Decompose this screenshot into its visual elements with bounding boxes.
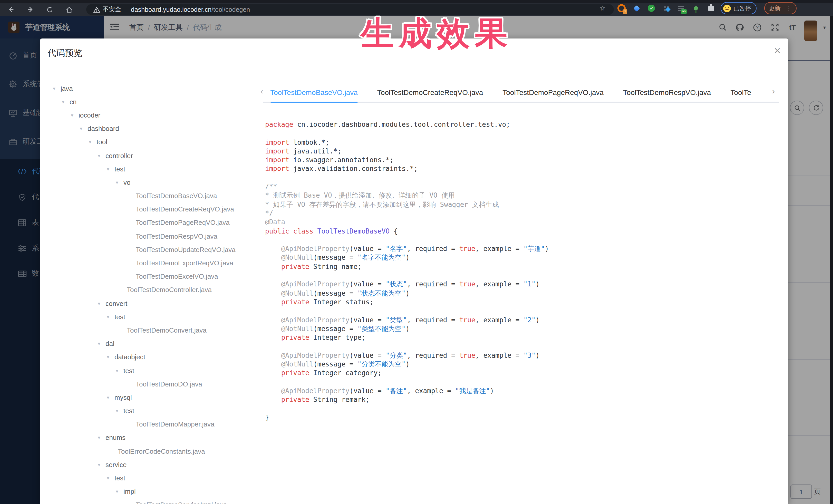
tree-node-folder[interactable]: ▾dataobject [40, 351, 260, 364]
tree-node-label: ToolTestDemoServiceImpl.java [136, 501, 227, 504]
close-icon[interactable]: × [771, 44, 784, 57]
code-token: private [281, 263, 309, 270]
tree-expand-icon[interactable]: ▾ [116, 179, 123, 185]
tree-node-file[interactable]: ToolTestDemoController.java [40, 283, 260, 297]
tree-node-file[interactable]: ToolTestDemoMapper.java [40, 417, 260, 431]
extension-green-check-icon[interactable]: ✓ [647, 4, 656, 12]
tree-node-label: mysql [115, 394, 132, 401]
tree-node-folder[interactable]: ▾service [40, 458, 260, 472]
tree-node-folder[interactable]: ▾convert [40, 297, 260, 310]
extension-gem-icon[interactable] [632, 4, 641, 12]
tree-node-file[interactable]: ToolTestDemoExportReqVO.java [40, 256, 260, 270]
code-token [265, 325, 281, 333]
forward-icon[interactable] [24, 3, 37, 16]
tree-expand-icon[interactable]: ▾ [116, 488, 123, 494]
tree-node-folder[interactable]: ▾mysql [40, 391, 260, 404]
code-token: "类型不能为空" [357, 325, 405, 333]
tree-expand-icon[interactable]: ▾ [80, 126, 88, 131]
tree-node-label: enums [105, 434, 125, 442]
tree-node-file[interactable]: ToolTestDemoServiceImpl.java [40, 498, 260, 504]
profile-paused-badge[interactable]: 已暂停 [721, 2, 756, 15]
tree-expand-icon[interactable]: ▾ [98, 301, 105, 306]
tree-node-file[interactable]: ToolTestDemoRespVO.java [40, 230, 260, 243]
tree-expand-icon[interactable]: ▾ [116, 368, 123, 374]
warning-icon[interactable] [93, 6, 100, 13]
tree-expand-icon[interactable]: ▾ [98, 435, 105, 440]
tree-expand-icon[interactable]: ▾ [89, 139, 96, 145]
code-token: ) [536, 351, 540, 359]
tree-expand-icon[interactable]: ▾ [53, 86, 61, 91]
tree-expand-icon[interactable]: ▾ [71, 113, 78, 118]
tree-node-file[interactable]: ToolTestDemoPageReqVO.java [40, 216, 260, 230]
code-token: ) [545, 245, 549, 253]
tree-node-label: java [61, 85, 73, 92]
tree-node-folder[interactable]: ▾tool [40, 136, 260, 149]
extension-plant-icon[interactable] [692, 4, 700, 12]
extension-switch-icon[interactable]: on [677, 4, 685, 12]
tree-expand-icon[interactable]: ▾ [62, 99, 70, 105]
window-scrollbar-edge[interactable] [830, 16, 833, 504]
code-token: (message = [313, 254, 357, 262]
tree-node-folder[interactable]: ▾dal [40, 337, 260, 350]
security-label[interactable]: 不安全 [103, 5, 121, 14]
extension-grid-icon[interactable] [662, 4, 670, 12]
tree-node-folder[interactable]: ▾vo [40, 176, 260, 189]
tree-node-folder[interactable]: ▾iocoder [40, 109, 260, 122]
code-token: Integer type; [309, 334, 365, 341]
tree-expand-icon[interactable]: ▾ [107, 166, 115, 172]
tree-node-folder[interactable]: ▾enums [40, 431, 260, 445]
tree-node-folder[interactable]: ▾java [40, 81, 260, 95]
tab-4[interactable]: ToolTe [730, 86, 751, 99]
tree-expand-icon[interactable]: ▾ [107, 475, 115, 481]
url-host[interactable]: dashboard.yudao.iocoder.cn [131, 6, 211, 13]
tree-node-file[interactable]: ToolTestDemoExcelVO.java [40, 270, 260, 283]
tree-node-file[interactable]: ToolTestDemoDO.java [40, 377, 260, 390]
tree-node-folder[interactable]: ▾test [40, 472, 260, 485]
tree-node-folder[interactable]: ▾test [40, 404, 260, 417]
tree-node-folder[interactable]: ▾controller [40, 149, 260, 162]
tabs-scroll-right-icon[interactable]: › [772, 87, 775, 96]
tree-node-file[interactable]: ToolTestDemoBaseVO.java [40, 189, 260, 202]
tree-expand-icon[interactable]: ▾ [107, 395, 115, 400]
screen: 不安全 dashboard.yudao.iocoder.cn/tool/code… [0, 0, 833, 504]
code-token: ) [536, 316, 540, 323]
tree-node-file[interactable]: ToolTestDemoUpdateReqVO.java [40, 243, 260, 256]
extensions-menu-icon[interactable] [707, 4, 715, 12]
tree-expand-icon[interactable]: ▾ [98, 341, 105, 346]
tree-node-folder[interactable]: ▾test [40, 162, 260, 175]
tree-expand-icon[interactable]: ▾ [98, 462, 105, 467]
url-path[interactable]: /tool/codegen [211, 6, 250, 13]
tree-node-label: ToolTestDemoExportReqVO.java [136, 259, 233, 267]
address-bar[interactable]: 不安全 dashboard.yudao.iocoder.cn/tool/code… [86, 4, 614, 15]
tab-0[interactable]: ToolTestDemoBaseVO.java [270, 86, 358, 99]
code-token: (value = [350, 351, 386, 359]
code-token [265, 369, 281, 377]
tab-2[interactable]: ToolTestDemoPageReqVO.java [502, 86, 603, 99]
code-token: "2" [524, 316, 536, 323]
tree-node-folder[interactable]: ▾test [40, 310, 260, 323]
code-token: (value = [350, 387, 386, 395]
tree-node-folder[interactable]: ▾impl [40, 485, 260, 498]
reload-icon[interactable] [43, 3, 56, 16]
tree-expand-icon[interactable]: ▾ [98, 153, 105, 158]
tree-node-folder[interactable]: ▾test [40, 364, 260, 377]
browser-menu-icon[interactable]: ⋮ [786, 5, 792, 12]
tab-3[interactable]: ToolTestDemoRespVO.java [623, 86, 711, 99]
tab-1[interactable]: ToolTestDemoCreateReqVO.java [377, 86, 483, 99]
back-icon[interactable] [4, 3, 18, 16]
tree-node-folder[interactable]: ▾dashboard [40, 122, 260, 135]
tree-node-file[interactable]: ToolTestDemoConvert.java [40, 323, 260, 337]
tree-node-file[interactable]: ToolTestDemoCreateReqVO.java [40, 202, 260, 216]
tree-node-file[interactable]: ToolErrorCodeConstants.java [40, 445, 260, 458]
code-token: /** [265, 183, 277, 190]
tabs-scroll-left-icon[interactable]: ‹ [260, 87, 263, 96]
tree-expand-icon[interactable]: ▾ [107, 354, 115, 360]
bookmark-star-icon[interactable]: ☆ [597, 3, 608, 13]
tree-expand-icon[interactable]: ▾ [107, 314, 115, 320]
tree-expand-icon[interactable]: ▾ [116, 408, 123, 414]
code-viewer[interactable]: package cn.iocoder.dashboard.modules.too… [265, 120, 549, 422]
home-icon[interactable] [63, 3, 76, 16]
tree-node-folder[interactable]: ▾cn [40, 95, 260, 108]
browser-update-button[interactable]: 更新 ⋮ [764, 2, 796, 15]
extension-tampermonkey-icon[interactable]: 1 [617, 4, 626, 12]
